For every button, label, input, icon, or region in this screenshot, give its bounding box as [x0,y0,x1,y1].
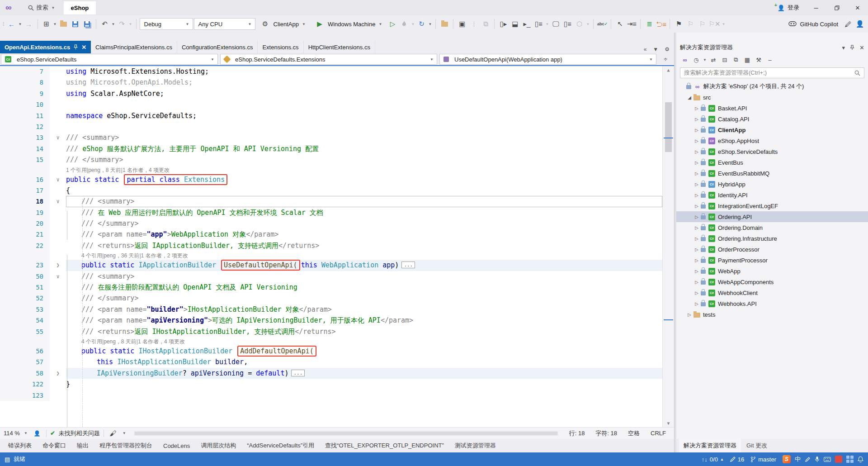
undo-button[interactable]: ↶ [99,18,110,30]
line-indicator[interactable]: 行: 18 [566,429,589,437]
code-line[interactable]: 19/// 在 Web 应用运行时启用默认的 OpenAPI 文档和开发环境 S… [0,207,674,218]
notifications-bell-icon[interactable] [858,456,863,462]
code-line[interactable]: 17{ [0,185,674,196]
task-list-button[interactable]: ≣ [644,18,655,30]
code-editor[interactable]: 7using Microsoft.Extensions.Hosting;8usi… [0,66,674,427]
expand-icon[interactable]: ▷ [693,204,700,209]
fold-toggle[interactable]: ∨ [50,271,66,282]
new-project-button[interactable]: ⊞ [41,18,52,30]
tool-window-tab[interactable]: 测试资源管理器 [450,439,500,452]
code-line[interactable]: 23❯public static IApplicationBuilder Use… [0,260,674,271]
expand-icon[interactable]: ▷ [693,106,700,111]
panel-tab[interactable]: Git 更改 [742,439,772,452]
minimize-button[interactable]: ─ [806,0,826,15]
configuration-combobox[interactable]: Debug ▼ [140,18,193,30]
tree-item-catalog.api[interactable]: ▷C#Catalog.API [676,114,868,124]
platform-combobox[interactable]: Any CPU ▼ [194,18,255,30]
expand-icon[interactable]: ▷ [693,214,700,219]
navigate-back-button[interactable]: ← [6,18,17,30]
tree-item-basket.api[interactable]: ▷C#Basket.API [676,103,868,114]
document-tab[interactable]: ClaimsPrincipalExtensions.cs [91,41,177,53]
share-link-button[interactable]: ⧉ [480,18,491,30]
code-line[interactable]: 51/// 在服务注册阶段配置默认的 OpenAPI 文档及 API Versi… [0,282,674,293]
tree-item-paymentprocessor[interactable]: ▷C#PaymentProcessor [676,255,868,266]
spell-check-button[interactable]: abc✓ [597,18,608,30]
expand-icon[interactable]: ▷ [693,193,700,198]
codelens-indicator[interactable]: 4 个引用|peng，8 天前|1 名作者，4 项更改 [0,337,674,346]
tool-window-tab[interactable]: 调用层次结构 [196,439,241,452]
deploy-device-button[interactable]: ▯▸ [498,18,509,30]
fold-toggle[interactable]: ∨ [50,132,66,143]
code-line[interactable]: 21/// <param name="app">WebApplication 对… [0,229,674,240]
collaboration-session-button[interactable]: ⁞ [468,18,479,30]
scroll-down-icon[interactable]: ▼ [663,421,674,426]
code-line[interactable]: 18∨/// <summary> [0,196,674,207]
preview-selected-items-icon[interactable]: ⚒ [754,55,764,65]
ime-mic-icon[interactable] [815,456,820,462]
codelens-indicator[interactable]: 1 个引用|peng，8 天前|1 名作者，4 项更改 [0,166,674,174]
git-sync-button[interactable]: ↑↓ 0/0 ▲ [702,456,724,463]
column-indicator[interactable]: 字符: 18 [592,429,621,437]
expand-icon[interactable]: ▷ [693,117,700,122]
navigate-forward-button[interactable]: → [24,18,34,30]
code-line[interactable]: 16∨public static partial class Extension… [0,174,674,185]
code-line[interactable]: 10 [0,99,674,110]
new-project-dropdown[interactable]: ▼ [53,22,57,26]
tree-item-ordering.api[interactable]: ▷C#Ordering.API [676,211,868,222]
expand-icon[interactable]: ▷ [693,171,700,176]
solution-search-input[interactable]: 搜索解决方案资源管理器(Ctrl+;) [680,67,864,78]
tree-item-integrationeventlogef[interactable]: ▷C#IntegrationEventLogEF [676,200,868,211]
tree-item-identity.api[interactable]: ▷C#Identity.API [676,190,868,200]
hot-reload-button[interactable] [399,18,410,30]
format-document-button[interactable]: ⇥≡ [626,18,637,30]
collapsed-region-box[interactable]: ... [291,370,305,376]
tree-item-clientapp[interactable]: ▷C#ClientApp [676,124,868,135]
redo-button[interactable]: ↷ [117,18,127,30]
filter-dropdown-icon[interactable]: ▼ [703,58,707,62]
document-health-icon[interactable]: 👤 [32,428,42,439]
properties-icon[interactable]: ⧉ [731,55,741,65]
tool-window-tab[interactable]: 错误列表 [4,439,36,452]
ime-toolbox-icon[interactable] [846,456,854,463]
tree-item-webhooks.api[interactable]: ▷C#Webhooks.API [676,298,868,309]
expand-icon[interactable]: ▷ [686,312,693,317]
restore-button[interactable] [826,0,847,15]
ime-lang-indicator[interactable]: 中 [795,455,801,463]
tree-item--eshop-24-24-[interactable]: ∞解决方案 'eShop' (24 个项目, 共 24 个) [676,81,868,92]
android-device-manager-button[interactable]: ⬓ [509,18,520,30]
next-bookmark-button[interactable]: ⚐ [697,18,708,30]
start-without-debugging-button[interactable]: ▷ [387,18,398,30]
tree-item-eshop.servicedefaults[interactable]: ▷C#eShop.ServiceDefaults [676,146,868,157]
spaces-indicator[interactable]: 空格 [624,429,643,437]
tool-window-tab[interactable]: “AddServiceDefaults”引用 [242,439,319,452]
member-dropdown[interactable]: UseDefaultOpenApi(WebApplication app) ▼ [439,54,656,65]
tree-item-src[interactable]: ◢src [676,92,868,103]
code-line[interactable]: 12 [0,121,674,132]
show-all-files-icon[interactable]: ▦ [742,55,752,65]
ime-skin-icon[interactable] [835,456,842,463]
expand-icon[interactable]: ▷ [693,247,700,252]
tree-item-webhookclient[interactable]: ▷C#WebhookClient [676,287,868,298]
code-line[interactable]: 53/// <param name="builder">IHostApplica… [0,304,674,315]
pin-icon[interactable] [849,45,855,50]
global-search[interactable]: 搜索 ▼ [28,4,56,12]
code-line[interactable]: 54/// <param name="apiVersioning">可选的 IA… [0,315,674,326]
expand-icon[interactable]: ▷ [693,182,700,187]
fold-toggle[interactable]: ❯ [50,368,66,379]
sync-with-active-document-icon[interactable]: ⇄ [708,55,718,65]
expand-icon[interactable]: ▷ [693,258,700,263]
panel-tab[interactable]: 解决方案资源管理器 [679,439,741,452]
user-feedback-button[interactable]: 👤 [854,18,865,30]
tree-item-webapp[interactable]: ▷C#WebApp [676,266,868,276]
tree-item-webappcomponents[interactable]: ▷C#WebAppComponents [676,276,868,287]
document-tab[interactable]: OpenApi.Extensions.cs✕ [0,41,91,53]
window-position-icon[interactable]: ▾ [842,44,845,51]
expand-icon[interactable]: ▷ [693,236,700,241]
zoom-level-dropdown[interactable]: 114 % [4,430,20,437]
restart-application-button[interactable]: ↻ [416,18,427,30]
undo-dropdown[interactable]: ▼ [111,22,116,26]
tree-item-eventbus[interactable]: ▷C#EventBus [676,157,868,168]
code-line[interactable]: 14/// eShop 服务默认扩展方法, 主要用于 OpenAPI 和 API… [0,143,674,154]
monitor-button[interactable]: 🖵 [550,18,561,30]
codelens-text[interactable]: 1 个引用|peng，8 天前|1 名作者，4 项更改 [66,167,170,173]
